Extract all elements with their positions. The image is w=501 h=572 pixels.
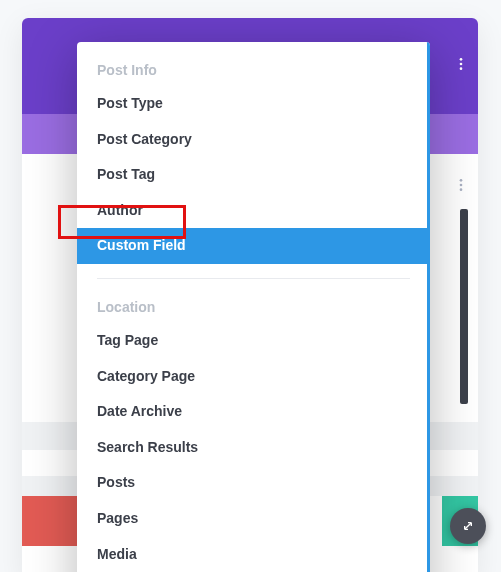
option-tag-page[interactable]: Tag Page [77, 323, 430, 359]
option-category-page[interactable]: Category Page [77, 359, 430, 395]
more-vertical-icon [453, 56, 469, 72]
section-title-post-info: Post Info [77, 56, 430, 86]
outer-scrollbar[interactable] [460, 209, 468, 404]
option-post-type[interactable]: Post Type [77, 86, 430, 122]
option-date-archive[interactable]: Date Archive [77, 394, 430, 430]
footer-button-cancel[interactable] [22, 496, 85, 546]
svg-point-1 [460, 63, 463, 66]
more-options-body[interactable] [450, 171, 472, 199]
expand-button[interactable] [450, 508, 486, 544]
svg-point-4 [460, 184, 463, 187]
popup-inner: Post Info Post Type Post Category Post T… [77, 42, 430, 572]
svg-point-0 [460, 58, 463, 61]
popup-scrollbar[interactable] [427, 42, 430, 572]
more-options-header[interactable] [450, 50, 472, 78]
panel-container: Post Info Post Type Post Category Post T… [22, 18, 478, 572]
option-custom-field[interactable]: Custom Field [77, 228, 430, 264]
option-pages[interactable]: Pages [77, 501, 430, 537]
dropdown-popup: Post Info Post Type Post Category Post T… [77, 42, 430, 572]
more-vertical-icon [453, 177, 469, 193]
svg-point-3 [460, 179, 463, 182]
svg-point-5 [460, 188, 463, 191]
section-title-location: Location [77, 293, 430, 323]
option-media[interactable]: Media [77, 537, 430, 572]
option-post-category[interactable]: Post Category [77, 122, 430, 158]
option-posts[interactable]: Posts [77, 465, 430, 501]
option-post-tag[interactable]: Post Tag [77, 157, 430, 193]
option-author[interactable]: Author [77, 193, 430, 229]
expand-icon [460, 518, 476, 534]
section-divider [97, 278, 410, 279]
option-search-results[interactable]: Search Results [77, 430, 430, 466]
svg-point-2 [460, 67, 463, 70]
